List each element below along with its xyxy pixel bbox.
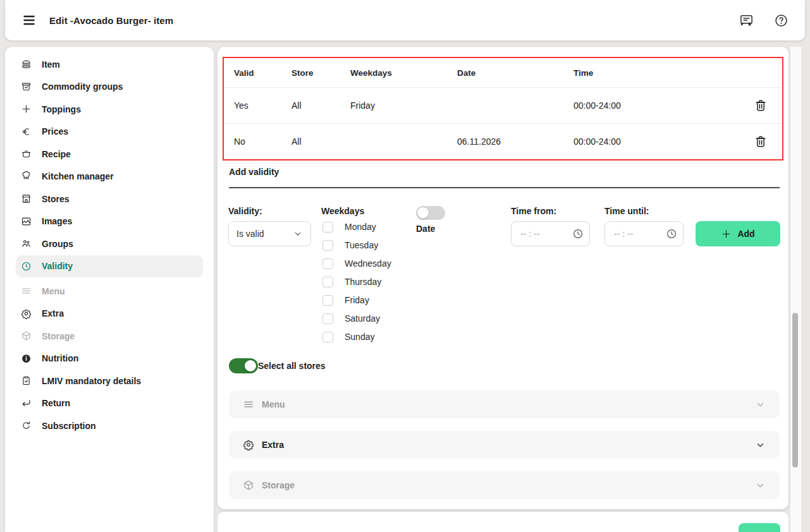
sidebar-item-label: Images: [42, 216, 72, 226]
top-bar: Edit -Avocado Burger- item: [5, 0, 805, 40]
accordion-label: Extra: [262, 440, 284, 450]
date-field: Date: [416, 206, 445, 234]
commodity-groups-icon: [21, 82, 32, 92]
sidebar-item-label: Nutrition: [42, 353, 78, 363]
date-label: Date: [416, 224, 445, 234]
help-icon[interactable]: [774, 13, 789, 28]
sidebar-item-label: Return: [42, 398, 70, 408]
add-button[interactable]: Add: [696, 221, 780, 246]
date-toggle[interactable]: [416, 206, 445, 220]
sidebar-item-label: Stores: [42, 194, 70, 204]
accordion-label: Menu: [262, 399, 285, 409]
cell-store: All: [291, 100, 350, 111]
sidebar-item-stores[interactable]: Stores: [16, 188, 203, 210]
time-until-field: Time until:: [604, 206, 684, 246]
cell-date: 06.11.2026: [457, 136, 574, 147]
sidebar-item-label: LMIV mandatory details: [42, 376, 141, 386]
menu-lines-icon: [243, 399, 254, 410]
plus-icon: [721, 229, 732, 239]
burger-icon: [21, 59, 32, 70]
sidebar-item-groups[interactable]: Groups: [16, 233, 203, 255]
validity-select[interactable]: Is valid: [228, 221, 311, 246]
trash-icon[interactable]: [754, 133, 770, 150]
image-icon: [21, 216, 32, 227]
sidebar-item-label: Commodity groups: [42, 82, 123, 92]
toggle-knob: [417, 207, 429, 219]
cell-valid: No: [234, 136, 291, 147]
col-date: Date: [457, 68, 574, 78]
chevron-down-icon: [755, 440, 766, 450]
sidebar-item-images[interactable]: Images: [16, 210, 203, 233]
checkbox[interactable]: [322, 240, 333, 251]
weekday-checkbox-thursday[interactable]: Thursday: [321, 277, 391, 295]
gear-icon: [21, 308, 32, 319]
clock-icon: [21, 261, 32, 272]
cell-store: All: [291, 136, 350, 147]
sidebar-item-extra[interactable]: Extra: [16, 303, 203, 325]
divider: [229, 187, 780, 188]
weekday-checkbox-sunday[interactable]: Sunday: [321, 332, 391, 350]
checkbox[interactable]: [322, 258, 333, 269]
scrollbar-track[interactable]: [790, 47, 801, 532]
time-until-input[interactable]: [604, 221, 684, 246]
select-all-stores-label: Select all stores: [258, 361, 326, 371]
validity-select-value: Is valid: [236, 229, 264, 239]
sidebar-item-label: Recipe: [42, 149, 71, 159]
accordion-extra[interactable]: Extra: [229, 431, 780, 459]
sidebar-item-label: Toppings: [42, 104, 81, 114]
weekdays-field: Weekdays Monday Tuesday Wednesday Thursd…: [321, 206, 391, 350]
sidebar-item-prices[interactable]: Prices: [16, 121, 203, 143]
sidebar-item-recipe[interactable]: Recipe: [16, 143, 203, 166]
sidebar-item-subscription[interactable]: Subscription: [16, 414, 203, 437]
chevron-down-icon: [293, 229, 303, 239]
time-until-label: Time until:: [604, 206, 684, 217]
weekday-checkbox-monday[interactable]: Monday: [321, 222, 391, 240]
validity-label: Validity:: [228, 206, 311, 217]
cell-weekdays: Friday: [350, 100, 457, 111]
checkbox[interactable]: [322, 332, 333, 342]
scrollbar-thumb[interactable]: [792, 313, 798, 468]
sidebar-item-label: Prices: [42, 126, 68, 136]
feedback-icon[interactable]: [739, 13, 754, 28]
weekday-checkbox-friday[interactable]: Friday: [321, 295, 391, 313]
sidebar-item-label: Extra: [42, 308, 64, 318]
sidebar-item-toppings[interactable]: Toppings: [16, 98, 203, 121]
time-from-input[interactable]: [511, 221, 590, 246]
accordion-label: Storage: [262, 480, 295, 490]
footer-action-button[interactable]: [739, 523, 780, 532]
page-title: Edit -Avocado Burger- item: [49, 15, 173, 26]
col-time: Time: [574, 68, 742, 78]
clipboard-check-icon: [21, 375, 32, 386]
select-all-stores-toggle[interactable]: [229, 358, 258, 373]
sidebar-item-label: Kitchen manager: [42, 171, 114, 181]
sidebar-item-menu: Menu: [16, 280, 203, 303]
sidebar-item-lmiv[interactable]: LMIV mandatory details: [16, 370, 203, 392]
weekday-checkbox-wednesday[interactable]: Wednesday: [321, 258, 391, 277]
menu-icon[interactable]: [21, 13, 37, 28]
weekday-checkbox-tuesday[interactable]: Tuesday: [321, 240, 391, 258]
sidebar-item-item[interactable]: Item: [16, 53, 203, 76]
accordion-menu[interactable]: Menu: [229, 390, 780, 418]
sidebar-item-nutrition[interactable]: Nutrition: [16, 348, 203, 370]
chevron-down-icon: [755, 399, 766, 410]
add-button-label: Add: [737, 229, 754, 239]
time-from-label: Time from:: [511, 206, 590, 217]
sidebar-item-validity[interactable]: Validity: [16, 255, 203, 278]
trash-icon[interactable]: [754, 97, 770, 114]
people-icon: [21, 238, 32, 249]
sidebar-item-commodity-groups[interactable]: Commodity groups: [16, 76, 203, 99]
checkbox[interactable]: [322, 313, 333, 324]
checkbox[interactable]: [322, 277, 333, 287]
sidebar-item-kitchen-manager[interactable]: Kitchen manager: [16, 166, 203, 188]
weekday-checkbox-saturday[interactable]: Saturday: [321, 313, 391, 332]
select-all-stores-row: Select all stores: [229, 358, 326, 373]
checkbox[interactable]: [322, 222, 333, 233]
validity-panel: Valid Store Weekdays Date Time Yes All F…: [218, 47, 789, 509]
menu-lines-icon: [21, 286, 32, 296]
gear-icon: [243, 439, 254, 450]
col-weekdays: Weekdays: [350, 68, 457, 78]
checkbox[interactable]: [322, 295, 333, 306]
refresh-icon: [21, 420, 32, 431]
accordion-storage[interactable]: Storage: [229, 471, 780, 499]
sidebar-item-return[interactable]: Return: [16, 392, 203, 415]
